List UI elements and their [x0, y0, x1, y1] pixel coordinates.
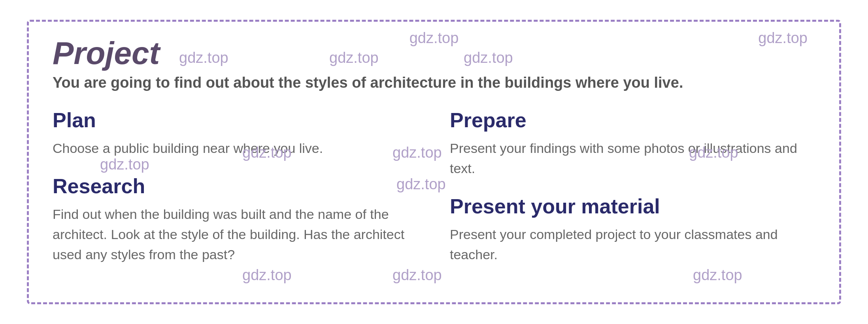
prepare-section: Prepare Present your findings with some … [450, 108, 815, 179]
plan-title: Plan [53, 108, 418, 132]
present-title: Present your material [450, 194, 815, 218]
present-text: Present your completed project to your c… [450, 224, 815, 265]
right-column: Prepare Present your findings with some … [450, 108, 815, 265]
plan-section: Plan Choose a public building near where… [53, 108, 418, 158]
project-card: gdz.top gdz.top gdz.top gdz.top gdz.top … [27, 20, 841, 304]
prepare-text: Present your findings with some photos o… [450, 138, 815, 179]
prepare-title: Prepare [450, 108, 815, 132]
content-grid: Plan Choose a public building near where… [53, 108, 815, 265]
watermark: gdz.top [242, 267, 292, 284]
page-wrapper: gdz.top gdz.top gdz.top gdz.top gdz.top … [19, 12, 849, 312]
left-column: Plan Choose a public building near where… [53, 108, 418, 265]
research-title: Research [53, 174, 418, 198]
watermark: gdz.top [693, 267, 742, 284]
project-subtitle: You are going to find out about the styl… [53, 73, 815, 92]
watermark: gdz.top [392, 267, 442, 284]
plan-text: Choose a public building near where you … [53, 138, 418, 158]
research-section: Research Find out when the building was … [53, 174, 418, 265]
project-title: Project [53, 38, 815, 69]
present-section: Present your material Present your compl… [450, 194, 815, 265]
research-text: Find out when the building was built and… [53, 204, 418, 265]
